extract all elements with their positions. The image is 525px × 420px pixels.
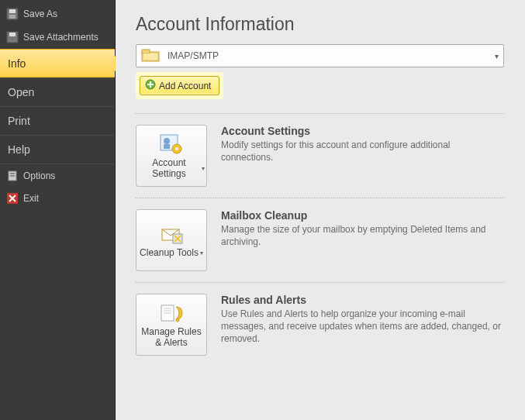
folder-icon: [141, 47, 161, 65]
cleanup-body: Manage the size of your mailbox by empty…: [221, 223, 504, 248]
account-dropdown[interactable]: IMAP/SMTP ▾: [136, 44, 504, 67]
account-settings-tile-label: Account Settings: [138, 158, 200, 180]
cleanup-tile-label: Cleanup Tools: [140, 248, 199, 259]
account-type-label: IMAP/SMTP: [168, 50, 219, 61]
rules-icon: [159, 301, 184, 325]
exit-item[interactable]: Exit: [0, 187, 115, 210]
add-account-label: Add Account: [159, 81, 211, 91]
add-account-button[interactable]: Add Account: [140, 76, 219, 95]
cleanup-heading: Mailbox Cleanup: [221, 209, 504, 222]
print-item[interactable]: Print: [0, 106, 115, 135]
svg-point-18: [164, 138, 170, 144]
rules-alerts-tile[interactable]: Manage Rules & Alerts: [136, 294, 207, 356]
info-item[interactable]: Info: [0, 49, 115, 77]
info-label: Info: [8, 57, 26, 70]
svg-point-21: [175, 147, 178, 150]
cleanup-icon: [159, 222, 184, 246]
account-settings-section: Account Settings▾ Account Settings Modif…: [136, 114, 504, 198]
page-title: Account Information: [136, 14, 525, 35]
svg-rect-16: [147, 84, 154, 85]
help-item[interactable]: Help: [0, 135, 115, 164]
options-item[interactable]: Options: [0, 164, 115, 187]
dropdown-icon: ▾: [202, 165, 205, 172]
account-settings-icon: [159, 132, 184, 157]
account-settings-tile[interactable]: Account Settings▾: [136, 125, 207, 187]
svg-rect-6: [10, 173, 15, 174]
plus-icon: [145, 79, 156, 92]
help-label: Help: [8, 143, 30, 156]
cleanup-section: Cleanup Tools▾ Mailbox Cleanup Manage th…: [136, 198, 504, 283]
svg-rect-4: [9, 33, 16, 36]
exit-icon: [6, 192, 19, 205]
chevron-down-icon: ▾: [495, 52, 499, 60]
options-label: Options: [23, 170, 55, 181]
save-as-icon: [6, 8, 19, 20]
account-settings-heading: Account Settings: [221, 125, 504, 137]
add-account-highlight: Add Account: [136, 72, 223, 99]
cleanup-desc: Mailbox Cleanup Manage the size of your …: [221, 209, 504, 271]
rules-body: Use Rules and Alerts to help organize yo…: [221, 308, 504, 346]
account-settings-desc: Account Settings Modify settings for thi…: [221, 125, 504, 187]
backstage-sidebar: Save As Save Attachments Info Open Print…: [0, 0, 116, 420]
save-as-label: Save As: [23, 9, 57, 19]
dropdown-icon: ▾: [200, 250, 203, 256]
svg-rect-12: [142, 50, 150, 53]
save-attachments-item[interactable]: Save Attachments: [0, 26, 115, 49]
main-panel: Account Information IMAP/SMTP ▾ Add Acco…: [116, 0, 525, 420]
svg-rect-13: [143, 53, 157, 60]
svg-point-28: [176, 318, 179, 322]
svg-rect-7: [10, 175, 15, 177]
save-as-item[interactable]: Save As: [0, 2, 115, 26]
save-attachments-label: Save Attachments: [23, 32, 98, 43]
rules-desc: Rules and Alerts Use Rules and Alerts to…: [221, 294, 504, 356]
open-item[interactable]: Open: [0, 77, 115, 106]
rules-heading: Rules and Alerts: [221, 294, 504, 306]
svg-rect-1: [9, 9, 16, 13]
save-attachments-icon: [6, 31, 19, 43]
print-label: Print: [8, 115, 30, 127]
cleanup-tools-tile[interactable]: Cleanup Tools▾: [136, 209, 207, 271]
open-label: Open: [8, 86, 34, 98]
svg-rect-19: [164, 144, 170, 149]
svg-rect-2: [9, 15, 16, 19]
options-icon: [6, 170, 19, 182]
exit-label: Exit: [23, 193, 39, 204]
account-settings-body: Modify settings for this account and con…: [221, 139, 504, 164]
rules-tile-label: Manage Rules & Alerts: [138, 327, 205, 349]
rules-section: Manage Rules & Alerts Rules and Alerts U…: [136, 283, 504, 367]
